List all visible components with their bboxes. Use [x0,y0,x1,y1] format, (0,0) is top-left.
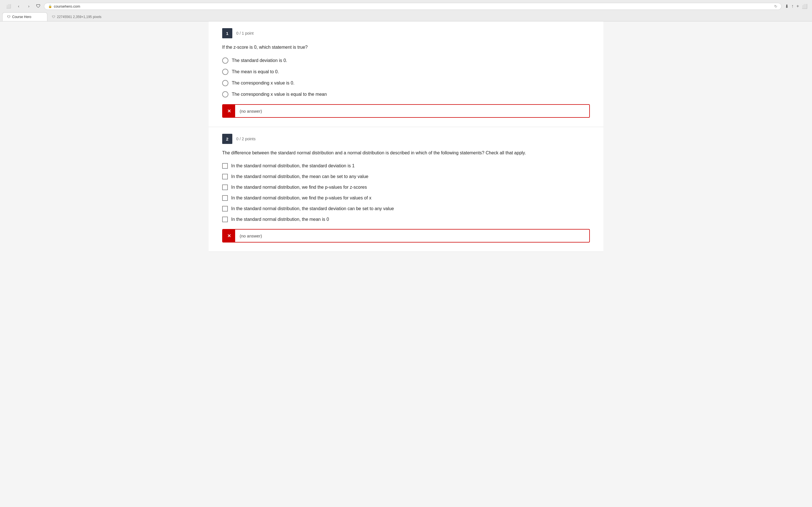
browser-chrome: ⬜ ‹ › 🛡 🔒 coursehero.com ↻ ⬇ ↑ + ⬜ 🛡 Cou… [0,0,812,21]
question-2-text: The difference between the standard norm… [222,150,590,156]
option-2-5[interactable]: In the standard normal distribution, the… [222,206,590,212]
option-2-3[interactable]: In the standard normal distribution, we … [222,184,590,190]
radio-1-4[interactable] [222,91,229,98]
question-1-points: 0 / 1 point [236,31,254,36]
tab2-icon: 🛡 [52,15,55,19]
question-2-answer-icon: ✕ [223,230,235,242]
question-1-options: The standard deviation is 0. The mean is… [222,57,590,98]
question-2-points: 0 / 2 points [236,136,256,141]
option-2-2-label: In the standard normal distribution, the… [231,174,368,179]
tab1-label: Course Hero [12,15,31,19]
question-1-answer-icon: ✕ [223,105,235,117]
browser-toolbar: ⬜ ‹ › 🛡 🔒 coursehero.com ↻ ⬇ ↑ + ⬜ [0,0,812,12]
share-icon[interactable]: ↑ [792,4,794,9]
url-display: coursehero.com [54,4,80,8]
option-2-4-label: In the standard normal distribution, we … [231,195,371,201]
radio-1-1[interactable] [222,57,229,64]
option-1-4[interactable]: The corresponding x value is equal to th… [222,91,590,98]
radio-1-3[interactable] [222,80,229,86]
question-1-answer-text: (no answer) [235,106,589,116]
checkbox-2-1[interactable] [222,163,228,169]
forward-button[interactable]: › [25,2,33,10]
question-1-text: If the z-score is 0, which statement is … [222,44,590,51]
question-1-header: 1 0 / 1 point [222,28,590,38]
question-2-answer-text: (no answer) [235,231,589,241]
sidebar-toggle-button[interactable]: ⬜ [4,2,12,10]
option-1-1[interactable]: The standard deviation is 0. [222,57,590,64]
question-1-number: 1 [222,28,232,38]
option-2-3-label: In the standard normal distribution, we … [231,185,367,190]
download-icon[interactable]: ⬇ [785,4,789,9]
back-button[interactable]: ‹ [15,2,22,10]
shield-icon: 🛡 [36,4,41,9]
address-bar[interactable]: 🔒 coursehero.com ↻ [44,3,781,10]
option-1-4-label: The corresponding x value is equal to th… [232,92,327,97]
checkbox-2-2[interactable] [222,174,228,179]
lock-icon: 🔒 [48,4,52,8]
option-2-6-label: In the standard normal distribution, the… [231,217,329,222]
browser-controls: ⬜ ‹ › [4,2,33,10]
option-2-5-label: In the standard normal distribution, the… [231,206,394,211]
checkbox-2-6[interactable] [222,217,228,222]
checkbox-2-4[interactable] [222,195,228,201]
tab1-icon: 🛡 [7,15,10,19]
option-1-3[interactable]: The corresponding x value is 0. [222,80,590,86]
option-1-2-label: The mean is equal to 0. [232,69,279,74]
question-2-block: 2 0 / 2 points The difference between th… [209,127,603,252]
reload-icon[interactable]: ↻ [774,4,777,8]
question-2-header: 2 0 / 2 points [222,134,590,144]
question-2-options: In the standard normal distribution, the… [222,163,590,222]
question-2-number: 2 [222,134,232,144]
checkbox-2-3[interactable] [222,184,228,190]
tab-pixels[interactable]: 🛡 22745561 2,359×1,195 pixels [47,12,106,21]
question-1-block: 1 0 / 1 point If the z-score is 0, which… [209,21,603,127]
option-2-6[interactable]: In the standard normal distribution, the… [222,217,590,222]
question-1-answer-bar: ✕ (no answer) [222,104,590,118]
option-1-2[interactable]: The mean is equal to 0. [222,69,590,75]
option-2-1[interactable]: In the standard normal distribution, the… [222,163,590,169]
option-1-1-label: The standard deviation is 0. [232,58,287,63]
tabs-icon[interactable]: ⬜ [802,4,808,9]
option-2-2[interactable]: In the standard normal distribution, the… [222,174,590,179]
browser-actions: ⬇ ↑ + ⬜ [785,4,808,9]
checkbox-2-5[interactable] [222,206,228,212]
option-1-3-label: The corresponding x value is 0. [232,80,294,86]
option-2-4[interactable]: In the standard normal distribution, we … [222,195,590,201]
shield-control: 🛡 [36,4,41,9]
tab-coursehero[interactable]: 🛡 Course Hero [2,12,47,21]
radio-1-2[interactable] [222,69,229,75]
browser-tabs: 🛡 Course Hero 🛡 22745561 2,359×1,195 pix… [0,12,812,21]
question-2-answer-bar: ✕ (no answer) [222,229,590,242]
add-tab-icon[interactable]: + [797,4,799,9]
page-content: 1 0 / 1 point If the z-score is 0, which… [209,21,603,252]
tab2-label: 22745561 2,359×1,195 pixels [57,15,101,19]
option-2-1-label: In the standard normal distribution, the… [231,163,355,168]
